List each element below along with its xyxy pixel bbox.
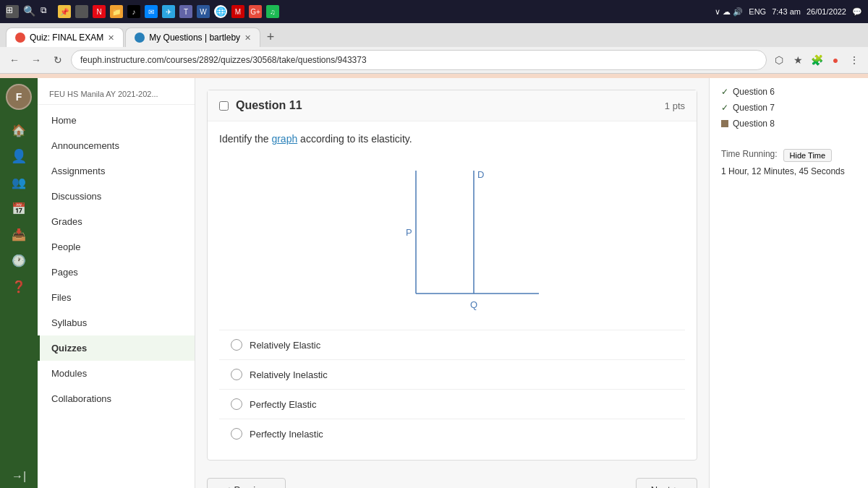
extensions-button[interactable]: 🧩 — [809, 52, 825, 68]
answer-option-4[interactable]: Perfectly Inelastic — [219, 419, 685, 448]
rail-calendar-icon[interactable]: 📅 — [7, 197, 30, 220]
radio-4[interactable] — [231, 428, 242, 440]
answer-label-4: Perfectly Inelastic — [250, 429, 323, 440]
question-nav-6[interactable]: ✓ Question 6 — [715, 84, 862, 100]
netflix-icon[interactable]: N — [93, 5, 106, 18]
task-view-icon[interactable]: ⧉ — [41, 5, 54, 18]
sidebar-item-quizzes[interactable]: Quizzes — [38, 335, 195, 361]
answer-option-2[interactable]: Relatively Inelastic — [219, 359, 685, 389]
radio-1[interactable] — [231, 339, 242, 351]
rail-clock-icon[interactable]: 🕐 — [7, 249, 30, 272]
taskbar: ⊞ 🔍 ⧉ 📌 N 📁 ♪ ✉ ✈ T W 🌐 M G+ ♫ ∨ ☁ 🔊 ENG… — [0, 0, 868, 23]
sidebar-home-label: Home — [51, 115, 77, 126]
sidebar-item-syllabus[interactable]: Syllabus — [38, 310, 195, 335]
time-running-label: Time Running: — [721, 149, 778, 159]
rail-arrow-icon[interactable]: →| — [7, 465, 30, 488]
notifications-icon[interactable]: 💬 — [852, 7, 862, 17]
sidebar-item-grades[interactable]: Grades — [38, 209, 195, 234]
taskbar-left: ⊞ 🔍 ⧉ 📌 N 📁 ♪ ✉ ✈ T W 🌐 M G+ ♫ — [6, 5, 279, 18]
sidebar-item-people[interactable]: People — [38, 234, 195, 260]
radio-3[interactable] — [231, 398, 242, 410]
forward-button[interactable]: → — [27, 51, 45, 69]
next-button[interactable]: Next ► — [636, 478, 697, 488]
question-text-after: according to its elasticity. — [297, 133, 412, 145]
previous-button[interactable]: ◄ Previous — [207, 478, 286, 488]
user-avatar[interactable]: F — [6, 84, 32, 110]
bookmark-button[interactable]: ★ — [790, 52, 806, 68]
sidebar-quizzes-label: Quizzes — [51, 343, 87, 354]
answer-option-1[interactable]: Relatively Elastic — [219, 330, 685, 359]
sidebar: FEU HS Manila AY 2021-202... Home Announ… — [38, 78, 195, 488]
rail-people-icon[interactable]: 👥 — [7, 171, 30, 194]
telegram-icon[interactable]: ✈ — [162, 5, 175, 18]
system-tray: ∨ ☁ 🔊 — [715, 7, 743, 17]
cast-button[interactable]: ⬡ — [771, 52, 787, 68]
teams-icon[interactable]: T — [179, 5, 192, 18]
tab-quiz[interactable]: Quiz: FINAL EXAM ✕ — [6, 27, 124, 47]
reload-button[interactable]: ↻ — [49, 51, 67, 69]
left-rail: F 🏠 👤 👥 📅 📥 🕐 ❓ →| — [0, 78, 38, 488]
sidebar-modules-label: Modules — [51, 368, 87, 379]
sidebar-item-discussions[interactable]: Discussions — [38, 184, 195, 209]
tab-bartleby-close[interactable]: ✕ — [244, 33, 251, 43]
mcafee-icon[interactable]: M — [231, 5, 244, 18]
question-number: Question 11 — [236, 99, 302, 112]
sidebar-grades-label: Grades — [51, 216, 82, 227]
rail-help-icon[interactable]: ❓ — [7, 275, 30, 298]
right-panel: ✓ Question 6 ✓ Question 7 Question 8 Tim… — [709, 78, 868, 488]
profile-icon[interactable]: ● — [827, 52, 843, 68]
graph-container: D P Q — [219, 156, 685, 315]
tab-quiz-label: Quiz: FINAL EXAM — [30, 33, 103, 43]
back-button[interactable]: ← — [6, 51, 23, 69]
app1-icon[interactable] — [75, 5, 88, 18]
messenger-icon[interactable]: ✉ — [145, 5, 158, 18]
search-icon[interactable]: 🔍 — [23, 5, 36, 18]
sidebar-item-announcements[interactable]: Announcements — [38, 133, 195, 158]
nav-buttons: ◄ Previous Next ► — [207, 469, 697, 488]
quiz-favicon — [15, 33, 25, 43]
question-nav-7[interactable]: ✓ Question 7 — [715, 100, 862, 116]
sidebar-item-modules[interactable]: Modules — [38, 361, 195, 386]
sidebar-item-pages[interactable]: Pages — [38, 260, 195, 285]
answer-option-3[interactable]: Perfectly Elastic — [219, 389, 685, 419]
browser-actions: ⬡ ★ 🧩 ● ⋮ — [771, 52, 862, 68]
rail-home-icon[interactable]: 🏠 — [7, 119, 30, 142]
radio-2[interactable] — [231, 369, 242, 380]
sidebar-assignments-label: Assignments — [51, 166, 105, 176]
square-icon-8 — [721, 120, 728, 127]
chrome-icon[interactable]: 🌐 — [214, 5, 227, 18]
url-input[interactable] — [71, 50, 767, 70]
new-tab-button[interactable]: + — [262, 29, 279, 46]
rail-profile-icon[interactable]: 👤 — [7, 145, 30, 168]
windows-icon[interactable]: ⊞ — [6, 5, 19, 18]
word-icon[interactable]: W — [197, 5, 210, 18]
app2-icon[interactable]: G+ — [249, 5, 262, 18]
answer-label-3: Perfectly Elastic — [250, 399, 316, 410]
sticky-icon[interactable]: 📌 — [58, 5, 71, 18]
menu-button[interactable]: ⋮ — [846, 52, 862, 68]
content-area: Question 11 1 pts Identify the graph acc… — [195, 78, 709, 488]
question-card: Question 11 1 pts Identify the graph acc… — [207, 90, 697, 461]
question-nav-8[interactable]: Question 8 — [715, 116, 862, 132]
sidebar-item-collaborations[interactable]: Collaborations — [38, 386, 195, 411]
hide-time-button[interactable]: Hide Time — [783, 149, 833, 162]
sidebar-discussions-label: Discussions — [51, 191, 101, 202]
check-icon-7: ✓ — [721, 103, 728, 113]
sidebar-collaborations-label: Collaborations — [51, 393, 111, 404]
question-checkbox[interactable] — [219, 101, 229, 111]
sidebar-item-assignments[interactable]: Assignments — [38, 158, 195, 184]
elasticity-graph: D P Q — [344, 156, 561, 315]
bartleby-favicon — [135, 33, 145, 43]
spotify-icon[interactable]: ♫ — [266, 5, 279, 18]
sidebar-item-files[interactable]: Files — [38, 285, 195, 310]
tiktok-icon[interactable]: ♪ — [127, 5, 140, 18]
question-nav-label-7: Question 7 — [733, 103, 775, 113]
tab-bartleby[interactable]: My Questions | bartleby ✕ — [125, 27, 260, 47]
rail-inbox-icon[interactable]: 📥 — [7, 223, 30, 246]
sidebar-announcements-label: Announcements — [51, 140, 119, 151]
folder-icon[interactable]: 📁 — [110, 5, 123, 18]
tab-quiz-close[interactable]: ✕ — [108, 33, 114, 43]
sidebar-item-home[interactable]: Home — [38, 108, 195, 133]
browser-chrome: Quiz: FINAL EXAM ✕ My Questions | bartle… — [0, 23, 868, 74]
main-layout: F 🏠 👤 👥 📅 📥 🕐 ❓ →| FEU HS Manila AY 2021… — [0, 78, 868, 488]
